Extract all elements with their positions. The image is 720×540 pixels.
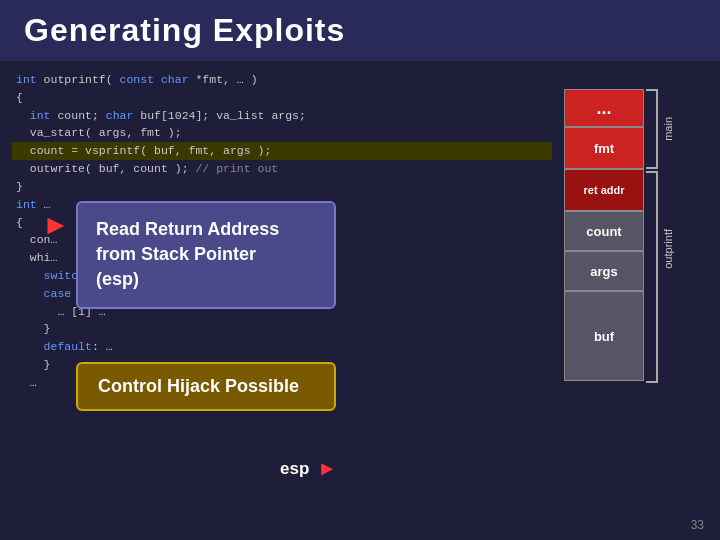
slide-number: 33 <box>691 518 704 532</box>
hijack-label: Control Hijack Possible <box>98 376 299 396</box>
outprintf-bracket <box>646 171 658 383</box>
outprintf-label: outprintf <box>662 229 674 269</box>
stack-cell-args: args <box>564 251 644 291</box>
stack-cell-retaddr: ret addr <box>564 169 644 211</box>
stack-panel: ... fmt ret addr count <box>564 79 704 531</box>
stack-cell-fmt: fmt <box>564 127 644 169</box>
main-bracket <box>646 89 658 169</box>
slide: Generating Exploits ► int outprintf( con… <box>0 0 720 540</box>
tooltip-line3: (esp) <box>96 269 139 289</box>
arrow-icon: ► <box>42 209 70 241</box>
stack-cell-buf: buf <box>564 291 644 381</box>
slide-title: Generating Exploits <box>0 0 720 61</box>
esp-label: esp ► <box>280 457 337 480</box>
tooltip-line1: Read Return Address <box>96 219 279 239</box>
main-label: main <box>662 117 674 141</box>
stack-cell-ellipsis: ... <box>564 89 644 127</box>
hijack-box: Control Hijack Possible <box>76 362 336 411</box>
content-area: ► int outprintf( const char *fmt, … ) { … <box>0 61 720 540</box>
tooltip-box: Read Return Address from Stack Pointer (… <box>76 201 336 309</box>
stack-cell-count: count <box>564 211 644 251</box>
esp-text: esp <box>280 459 309 479</box>
title-text: Generating Exploits <box>24 12 345 48</box>
esp-arrow-icon: ► <box>317 457 337 480</box>
tooltip-line2: from Stack Pointer <box>96 244 256 264</box>
